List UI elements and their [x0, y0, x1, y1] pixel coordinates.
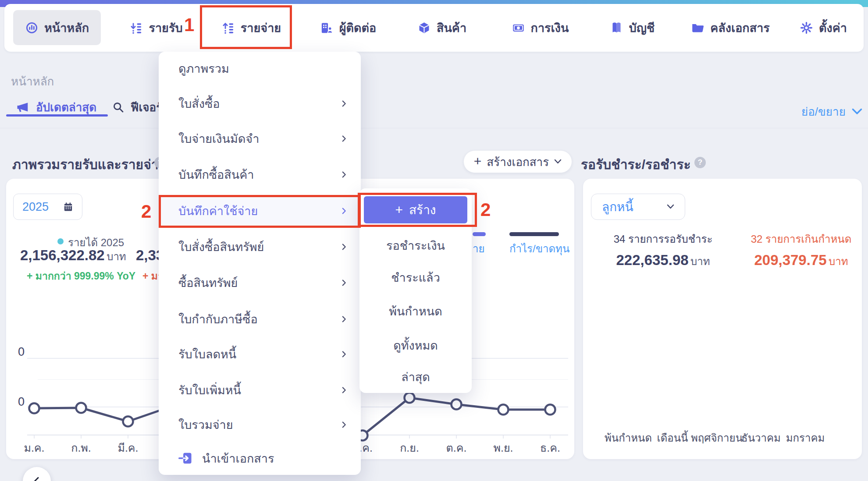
menu-item-label: ใบสั่งซื้อสินทรัพย์ — [178, 237, 340, 256]
category-label: มกราคม — [786, 429, 825, 446]
tab-latest-updates[interactable]: อัปเดตล่าสุด — [16, 98, 96, 116]
nav-item-income[interactable]: รายรับ — [126, 10, 186, 45]
megaphone-icon — [16, 101, 30, 114]
submenu-item-4[interactable]: ดูทั้งหมด — [359, 333, 472, 357]
overdue-unit: บาท — [829, 255, 848, 267]
annotation-number-2: 2 — [141, 202, 151, 221]
chevron-right-icon — [340, 279, 348, 286]
tab-features[interactable]: ฟีเจอร์เ — [112, 98, 166, 116]
menu-item-1[interactable]: ดูภาพรวม — [159, 56, 361, 81]
month-label: พ.ย. — [493, 439, 513, 456]
products-icon — [417, 21, 431, 35]
menu-item-7[interactable]: ซื้อสินทรัพย์ — [159, 270, 361, 295]
create-document-button[interactable]: + สร้างเอกสาร — [463, 150, 572, 173]
income-icon — [129, 21, 143, 35]
documents-icon — [691, 21, 704, 35]
search-icon — [112, 101, 125, 113]
menu-item-5[interactable]: บันทึกค่าใช้จ่าย — [159, 195, 361, 226]
nav-label: การเงิน — [531, 18, 569, 37]
pending-value: 222,635.98 — [616, 252, 688, 268]
nav-label: ผู้ติดต่อ — [339, 18, 377, 37]
nav-item-products[interactable]: สินค้า — [410, 10, 473, 45]
month-label: ก.ย. — [400, 439, 419, 456]
expense-icon — [221, 21, 235, 35]
receivables-title: รอรับชำระ/รอชำระ — [581, 154, 691, 175]
plus-icon: + — [474, 154, 482, 169]
category-label: ธันวาคม — [741, 429, 781, 446]
menu-item-label: ซื้อสินทรัพย์ — [178, 273, 340, 292]
overdue-value: 209,379.75 — [754, 252, 826, 268]
menu-item-label: บันทึกค่าใช้จ่าย — [178, 202, 340, 220]
menu-item-11[interactable]: ใบรวมจ่าย — [159, 412, 361, 437]
chevron-right-icon — [340, 350, 348, 358]
menu-item-12[interactable]: นำเข้าเอกสาร — [159, 446, 361, 471]
chevron-right-icon — [340, 207, 348, 215]
nav-label: คลังเอกสาร — [710, 18, 770, 37]
menu-item-4[interactable]: บันทึกซื้อสินค้า — [159, 162, 361, 187]
chevron-left-icon — [32, 476, 42, 481]
chevron-right-icon — [340, 315, 348, 323]
month-label: มี.ค. — [117, 439, 138, 456]
dashboard-icon — [25, 21, 39, 35]
menu-item-10[interactable]: รับใบเพิ่มหนี้ — [159, 377, 361, 403]
breadcrumb: หน้าหลัก — [11, 72, 54, 90]
month-label: ก.พ. — [71, 439, 91, 456]
chevron-right-icon — [340, 243, 348, 251]
pending-label: 34 รายการรอรับชำระ — [607, 230, 719, 248]
month-label: ธ.ค. — [540, 439, 560, 456]
month-label: ต.ค. — [446, 439, 467, 456]
submenu-item-3[interactable]: พ้นกำหนด — [359, 299, 472, 323]
submenu-item-2[interactable]: ชำระแล้ว — [359, 265, 472, 289]
contacts-icon — [320, 21, 334, 35]
month-label: ม.ค. — [24, 439, 44, 456]
active-tab-underline — [6, 114, 108, 117]
plus-icon: + — [395, 202, 403, 217]
tab-label: อัปเดตล่าสุด — [36, 98, 96, 116]
overdue-stat: 32 รายการเกินกำหนด 209,379.75 บาท — [743, 230, 859, 270]
receivables-card: ลูกหนี้ 34 รายการรอรับชำระ 222,635.98 บา… — [583, 179, 862, 459]
expense-dropdown-menu: ดูภาพรวมใบสั่งซื้อใบจ่ายเงินมัดจำบันทึกซ… — [159, 52, 361, 475]
nav-label: รายรับ — [149, 18, 182, 37]
menu-item-3[interactable]: ใบจ่ายเงินมัดจำ — [159, 126, 361, 151]
carousel-back-button[interactable] — [23, 467, 51, 481]
menu-item-label: ใบรวมจ่าย — [178, 415, 340, 434]
pending-stat: 34 รายการรอรับชำระ 222,635.98 บาท — [607, 230, 719, 270]
nav-label: รายจ่าย — [241, 18, 281, 37]
finance-icon — [512, 21, 525, 35]
debtor-filter-select[interactable]: ลูกหนี้ — [591, 194, 685, 220]
chevron-right-icon — [340, 421, 348, 428]
help-icon[interactable]: ? — [694, 157, 706, 168]
chevron-right-icon — [340, 171, 348, 178]
menu-item-9[interactable]: รับใบลดหนี้ — [159, 341, 361, 367]
app-window: หน้าหลักรายรับรายจ่ายผู้ติดต่อสินค้าการเ… — [0, 0, 868, 481]
menu-item-8[interactable]: ใบกำกับภาษีซื้อ — [159, 306, 361, 332]
nav-item-expense[interactable]: รายจ่าย — [210, 10, 292, 45]
nav-label: สินค้า — [437, 18, 466, 37]
overview-title: ภาพรวมรายรับและรายจ่าย — [12, 154, 166, 175]
submenu-item-1[interactable]: รอชำระเงิน — [359, 233, 472, 257]
nav-item-accounting[interactable]: บัญชี — [603, 10, 661, 45]
category-label: เดือนนี้ — [657, 429, 688, 446]
nav-label: บัญชี — [629, 18, 655, 37]
menu-item-label: ใบกำกับภาษีซื้อ — [178, 310, 340, 329]
nav-item-contacts[interactable]: ผู้ติดต่อ — [311, 10, 385, 45]
category-label: พฤศจิกายน — [691, 429, 743, 446]
pending-unit: บาท — [690, 255, 710, 267]
menu-item-label: ดูภาพรวม — [178, 59, 348, 78]
create-expense-button[interactable]: + สร้าง — [364, 196, 467, 223]
menu-item-6[interactable]: ใบสั่งซื้อสินทรัพย์ — [159, 234, 361, 259]
nav-item-documents[interactable]: คลังเอกสาร — [688, 10, 772, 45]
menu-item-2[interactable]: ใบสั่งซื้อ — [159, 91, 361, 116]
accounting-icon — [610, 21, 623, 35]
category-label: พ้นกำหนด — [605, 429, 652, 446]
menu-item-label: ใบจ่ายเงินมัดจำ — [178, 129, 340, 148]
menu-item-label: รับใบลดหนี้ — [178, 345, 340, 364]
collapse-expand-link[interactable]: ย่อ/ขยาย — [801, 103, 862, 120]
nav-item-dashboard[interactable]: หน้าหลัก — [13, 10, 101, 45]
nav-item-finance[interactable]: การเงิน — [505, 10, 575, 45]
divider — [0, 128, 868, 128]
submenu-item-5[interactable]: ล่าสุด — [359, 365, 472, 389]
chevron-right-icon — [340, 100, 348, 107]
collapse-expand-label: ย่อ/ขยาย — [801, 103, 846, 120]
nav-item-settings[interactable]: ตั้งค่า — [793, 10, 854, 45]
